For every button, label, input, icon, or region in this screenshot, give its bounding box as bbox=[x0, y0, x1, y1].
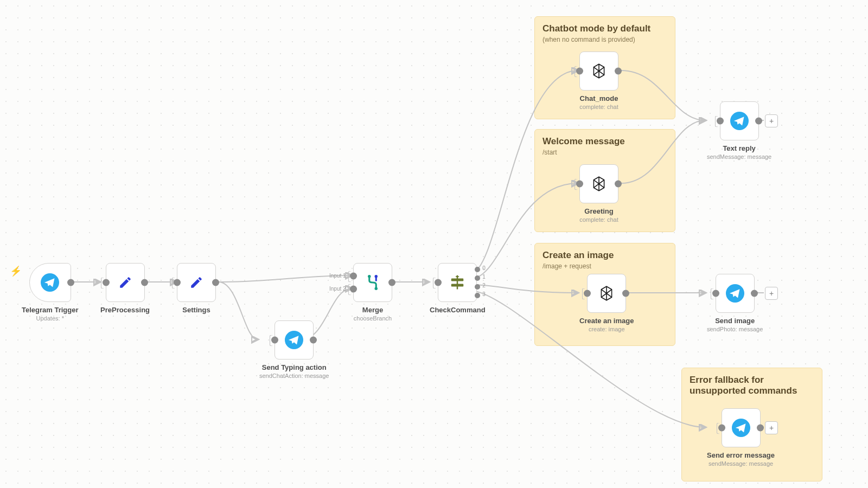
node-text-reply[interactable]: Text reply sendMessage: message bbox=[707, 101, 771, 160]
telegram-icon bbox=[285, 331, 303, 349]
telegram-icon bbox=[726, 284, 744, 303]
node-sub: chooseBranch bbox=[354, 315, 392, 322]
port-out-1[interactable]: 1 bbox=[475, 275, 480, 281]
node-greeting[interactable]: Greeting complete: chat bbox=[579, 164, 618, 223]
openai-icon bbox=[590, 62, 608, 80]
openai-icon bbox=[598, 285, 615, 302]
port-out[interactable] bbox=[310, 337, 317, 344]
switch-icon bbox=[449, 274, 465, 291]
sticky-title: Chatbot mode by default bbox=[542, 23, 667, 34]
port-in-1[interactable] bbox=[350, 273, 357, 280]
port-in[interactable] bbox=[712, 290, 719, 297]
node-title: Settings bbox=[182, 306, 210, 314]
node-title: Create an image bbox=[579, 317, 634, 325]
port-out[interactable] bbox=[212, 279, 219, 286]
workflow-canvas[interactable]: Chatbot mode by default (when no command… bbox=[0, 0, 868, 488]
node-sub: complete: chat bbox=[579, 104, 618, 110]
pencil-icon bbox=[118, 275, 132, 290]
port-out[interactable] bbox=[388, 279, 395, 286]
telegram-icon bbox=[41, 273, 59, 292]
node-chat-mode[interactable]: Chat_mode complete: chat bbox=[579, 52, 618, 110]
port-in[interactable] bbox=[584, 290, 591, 297]
port-out[interactable] bbox=[757, 425, 764, 432]
node-sub: complete: chat bbox=[579, 216, 618, 223]
node-sub: Updates: * bbox=[36, 315, 64, 322]
node-title: Telegram Trigger bbox=[22, 306, 79, 314]
node-sub: sendPhoto: message bbox=[707, 326, 763, 332]
port-out[interactable] bbox=[141, 279, 148, 286]
node-telegram-trigger[interactable]: ⚡ Telegram Trigger Updates: * bbox=[22, 263, 79, 322]
node-title: Merge bbox=[362, 306, 383, 314]
openai-icon bbox=[590, 175, 608, 192]
svg-point-2 bbox=[368, 275, 371, 278]
port-in[interactable] bbox=[576, 68, 583, 75]
add-node-button[interactable]: + bbox=[765, 114, 778, 127]
add-node-button[interactable]: + bbox=[765, 287, 778, 300]
node-title: Chat_mode bbox=[580, 94, 618, 102]
port-in-2[interactable] bbox=[350, 286, 357, 293]
port-out-2[interactable]: 2 bbox=[475, 284, 480, 290]
port-in[interactable] bbox=[717, 118, 724, 125]
port-in[interactable] bbox=[718, 425, 725, 432]
node-sub: sendMessage: message bbox=[707, 153, 771, 160]
add-node-button[interactable]: + bbox=[765, 421, 778, 434]
node-send-error[interactable]: Send error message sendMessage: message bbox=[707, 408, 775, 467]
merge-input1-label: Input 1 bbox=[329, 273, 346, 279]
node-settings[interactable]: Settings bbox=[177, 263, 216, 314]
node-send-image[interactable]: Send image sendPhoto: message bbox=[707, 274, 763, 332]
node-sub: sendChatAction: message bbox=[259, 373, 329, 379]
node-create-image[interactable]: Create an image create: image bbox=[579, 274, 634, 332]
svg-rect-7 bbox=[457, 276, 458, 290]
merge-icon bbox=[365, 274, 381, 291]
sticky-title: Welcome message bbox=[542, 136, 667, 147]
port-in[interactable] bbox=[435, 279, 442, 286]
node-sub: sendMessage: message bbox=[709, 460, 773, 467]
svg-point-4 bbox=[375, 287, 378, 291]
node-title: PreProcessing bbox=[100, 306, 150, 314]
port-out[interactable] bbox=[615, 68, 622, 75]
node-title: Send error message bbox=[707, 451, 775, 459]
telegram-icon bbox=[732, 419, 750, 437]
port-out[interactable] bbox=[622, 290, 629, 297]
node-merge[interactable]: Input 1 Input 2 Merge chooseBranch bbox=[353, 263, 392, 322]
node-check-command[interactable]: 0 1 2 3 CheckCommand bbox=[430, 263, 486, 314]
node-send-typing[interactable]: Send Typing action sendChatAction: messa… bbox=[259, 320, 329, 379]
port-out[interactable] bbox=[67, 279, 74, 286]
merge-input2-label: Input 2 bbox=[329, 286, 346, 292]
node-title: Send image bbox=[715, 317, 755, 325]
pencil-icon bbox=[189, 275, 203, 290]
node-title: Greeting bbox=[584, 207, 613, 215]
sticky-title: Error fallback for unsupported commands bbox=[690, 375, 814, 396]
port-out-3[interactable]: 3 bbox=[475, 293, 480, 298]
telegram-icon bbox=[730, 112, 749, 130]
svg-point-3 bbox=[375, 275, 378, 278]
node-title: CheckCommand bbox=[430, 306, 486, 314]
port-out[interactable] bbox=[755, 118, 762, 125]
port-in[interactable] bbox=[576, 181, 583, 188]
port-in[interactable] bbox=[271, 337, 278, 344]
port-out[interactable] bbox=[615, 181, 622, 188]
sticky-sub: (when no command is provided) bbox=[542, 36, 667, 43]
node-sub: create: image bbox=[589, 326, 625, 332]
trigger-bolt-icon: ⚡ bbox=[10, 265, 22, 277]
port-in[interactable] bbox=[174, 279, 181, 286]
sticky-sub: /image + request bbox=[542, 262, 667, 270]
sticky-title: Create an image bbox=[542, 250, 667, 261]
sticky-sub: /start bbox=[542, 149, 667, 156]
node-title: Send Typing action bbox=[262, 363, 327, 371]
port-out[interactable] bbox=[751, 290, 758, 297]
node-preprocessing[interactable]: PreProcessing bbox=[100, 263, 150, 314]
port-out-0[interactable]: 0 bbox=[475, 267, 480, 272]
node-title: Text reply bbox=[723, 144, 755, 152]
multi-output-ports: 0 1 2 3 bbox=[475, 267, 480, 298]
port-in[interactable] bbox=[103, 279, 110, 286]
